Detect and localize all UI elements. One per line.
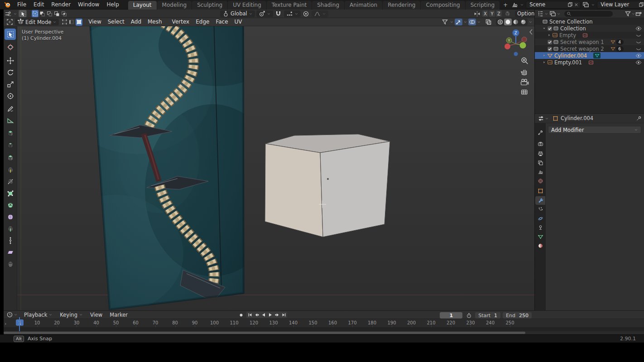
ruler-expand-arrow[interactable]: › [5, 321, 6, 327]
pivot-point-dropdown[interactable] [256, 10, 273, 17]
show-overlays-toggle[interactable] [468, 19, 476, 25]
tab-layout[interactable]: Layout [128, 1, 157, 10]
outliner-row-scene-collection[interactable]: Scene Collection [535, 18, 644, 25]
face-select-button[interactable] [76, 19, 82, 26]
chev-icon[interactable] [591, 3, 595, 7]
tool-inset-faces-button[interactable] [5, 140, 16, 151]
tool-shrink-fatten-button[interactable] [5, 235, 16, 246]
viewport-menu-add[interactable]: Add [128, 18, 144, 26]
scene-selector[interactable]: Scene [526, 1, 581, 9]
eye-open-icon[interactable] [635, 25, 642, 32]
viewport-menu-face[interactable]: Face [212, 18, 231, 26]
mirror-toggle[interactable] [473, 10, 481, 17]
disclosure-icon[interactable] [542, 60, 547, 64]
outliner-row-secret-weapon-1[interactable]: Secret weapon 14 [535, 39, 644, 45]
view-layer-duplicate-icon[interactable] [639, 2, 644, 7]
start-frame-field[interactable]: Start 1 [475, 312, 500, 319]
eye-closed-icon[interactable] [635, 39, 642, 45]
view-layer-icon[interactable] [582, 1, 589, 8]
tab-animation[interactable]: Animation [345, 1, 382, 10]
add-modifier-dropdown[interactable]: Add Modifier [548, 126, 641, 134]
shading-wireframe-button[interactable] [496, 19, 504, 25]
snap-toggle[interactable] [274, 10, 283, 17]
tool-edge-slide-button[interactable] [5, 223, 16, 234]
properties-tab-scene[interactable] [535, 168, 545, 176]
active-tool-button[interactable] [19, 10, 27, 17]
menu-edit[interactable]: Edit [30, 0, 48, 9]
select-mode-set-button[interactable] [32, 10, 38, 17]
scene-duplicate-icon[interactable] [567, 2, 573, 7]
outliner-editor-type-button[interactable] [536, 10, 544, 17]
tool-rotate-button[interactable] [5, 67, 16, 78]
outliner-filter-icon[interactable] [625, 10, 631, 17]
tab-compositing[interactable]: Compositing [421, 1, 465, 10]
3d-viewport-canvas[interactable]: Z Y [17, 26, 534, 310]
chev-icon[interactable] [545, 116, 549, 121]
disclosure-icon[interactable] [547, 33, 552, 37]
timeline-menu-view[interactable]: View [87, 310, 106, 319]
timeline-scrollbar-thumb[interactable] [4, 332, 525, 334]
tool-poly-build-button[interactable] [5, 188, 16, 199]
properties-editor-type-button[interactable] [537, 115, 545, 122]
snap-with-dropdown[interactable] [284, 10, 301, 17]
record-button[interactable] [238, 312, 245, 318]
add-workspace-button[interactable]: + [500, 1, 511, 10]
xray-toggle[interactable] [485, 19, 492, 25]
eye-closed-icon[interactable] [635, 32, 642, 39]
tab-texture-paint[interactable]: Texture Paint [267, 1, 312, 10]
pin-icon[interactable] [636, 116, 642, 121]
end-frame-field[interactable]: End 250 [503, 312, 532, 319]
eye-open-icon[interactable] [635, 59, 642, 66]
properties-tab-particles[interactable] [535, 205, 545, 214]
properties-tab-constraints[interactable] [535, 223, 545, 232]
tool-scale-button[interactable] [5, 78, 16, 90]
outliner-row-secret-weapon-2[interactable]: Secret weapon 26 [535, 45, 644, 52]
chev-icon[interactable] [477, 20, 481, 24]
scene-unlink-icon[interactable] [574, 2, 579, 7]
new-collection-icon[interactable] [635, 10, 642, 17]
select-mode-extend-button[interactable] [39, 10, 46, 17]
tool-shear-button[interactable] [5, 246, 16, 258]
timeline-scrollbar[interactable] [4, 331, 644, 334]
viewport-menu-vertex[interactable]: Vertex [169, 18, 193, 26]
chev-icon[interactable] [450, 20, 454, 24]
tool-bevel-button[interactable] [5, 152, 16, 164]
timeline-editor-type-button[interactable] [5, 311, 14, 319]
disclosure-icon[interactable] [542, 53, 547, 58]
outliner-row-cylinder-004[interactable]: Cylinder.004 [535, 52, 644, 59]
viewport-menu-uv[interactable]: UV [231, 18, 245, 26]
viewport-menu-select[interactable]: Select [105, 18, 128, 26]
menu-window[interactable]: Window [74, 0, 103, 9]
properties-tab-material[interactable] [535, 241, 545, 250]
auto-keyframe-icon[interactable] [465, 312, 473, 319]
mesh-data-badge[interactable] [593, 53, 601, 58]
shading-rendered-button[interactable] [519, 19, 527, 25]
mirror-axis-x[interactable]: X [482, 10, 488, 17]
viewport-menu-view[interactable]: View [85, 18, 104, 26]
jump-first-button[interactable] [246, 312, 253, 318]
tool-transform-button[interactable] [5, 90, 16, 101]
timeline-menu-marker[interactable]: Marker [106, 310, 131, 319]
show-gizmos-toggle[interactable] [455, 19, 462, 25]
proportional-editing-toggle[interactable] [302, 10, 310, 17]
mesh-object[interactable] [265, 134, 390, 237]
properties-tab-physics[interactable] [535, 214, 545, 223]
tab-sculpting[interactable]: Sculpting [192, 1, 227, 10]
tool-annotate-button[interactable] [5, 103, 16, 114]
tool-rip-region-button[interactable] [5, 258, 16, 270]
object-visibility-filter[interactable] [441, 19, 449, 25]
tool-measure-button[interactable] [5, 115, 16, 126]
current-frame-field[interactable]: 1 [440, 312, 462, 319]
outliner-display-mode-button[interactable] [548, 10, 557, 17]
edge-select-button[interactable] [68, 19, 75, 26]
select-mode-invert-button[interactable] [53, 10, 60, 17]
scene-icon[interactable] [511, 1, 518, 8]
properties-tab-tool[interactable] [535, 128, 545, 137]
chev-icon[interactable] [520, 3, 524, 7]
outliner-row-empty[interactable]: Empty [535, 32, 644, 39]
menu-help[interactable]: Help [103, 0, 122, 9]
chev-icon[interactable] [544, 12, 548, 16]
tool-extrude-region-button[interactable] [5, 128, 16, 139]
vertex-select-button[interactable] [61, 19, 68, 26]
properties-tab-render[interactable] [535, 140, 545, 148]
